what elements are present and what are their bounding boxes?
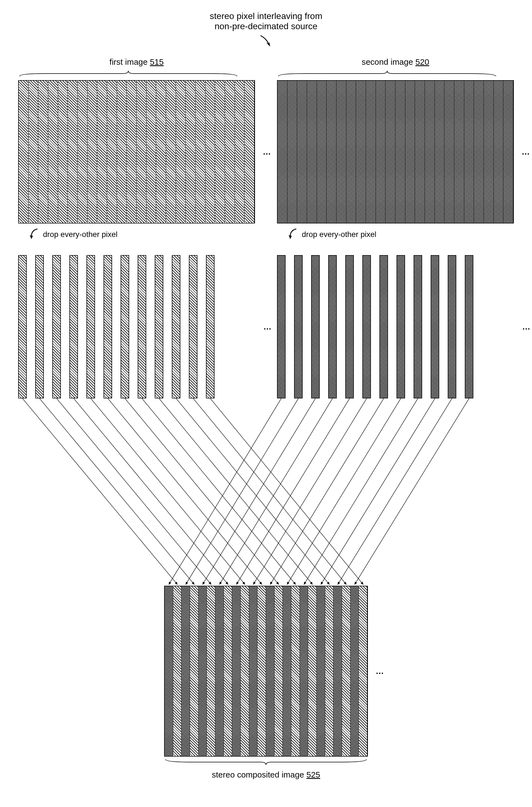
interleave-lines-icon <box>18 398 514 586</box>
pixel-column <box>68 81 78 223</box>
interleaved-column <box>283 586 291 756</box>
interleaved-column <box>258 586 266 756</box>
pixel-column <box>225 81 235 223</box>
interleaved-column <box>291 586 300 756</box>
interleaved-column <box>207 586 215 756</box>
interleaved-column <box>232 586 241 756</box>
sparse-column <box>103 255 112 398</box>
decimated-row: … … <box>18 255 514 398</box>
svg-line-8 <box>91 398 245 584</box>
interleaved-column <box>165 586 173 756</box>
svg-line-23 <box>287 398 401 584</box>
svg-line-6 <box>57 398 211 584</box>
svg-line-7 <box>74 398 228 584</box>
sparse-column <box>155 255 163 398</box>
svg-line-27 <box>355 398 469 584</box>
interleaved-column <box>224 586 232 756</box>
pixel-column <box>97 81 107 223</box>
pixel-column <box>278 81 287 223</box>
sparse-left: … <box>18 255 255 398</box>
final-label: stereo composited image 525 <box>164 770 368 780</box>
sparse-column <box>70 255 78 398</box>
title-arrow <box>18 34 514 49</box>
second-image-group: second image 520 … drop every-other pixe… <box>277 57 514 247</box>
pixel-column <box>38 81 48 223</box>
pixel-column <box>297 81 307 223</box>
drop-label-left: drop every-other pixel <box>29 227 255 241</box>
svg-line-21 <box>253 398 366 584</box>
pixel-column <box>415 81 425 223</box>
svg-line-14 <box>193 398 346 584</box>
svg-line-17 <box>186 398 299 584</box>
pixel-column <box>395 81 405 223</box>
diagram-container: stereo pixel interleaving from non-pre-d… <box>18 11 514 780</box>
sparse-column <box>120 255 129 398</box>
svg-marker-2 <box>289 235 292 239</box>
sparse-column <box>189 255 197 398</box>
pixel-column <box>147 81 156 223</box>
pixel-column <box>186 81 195 223</box>
pixel-column <box>405 81 415 223</box>
interleaved-column <box>190 586 198 756</box>
svg-line-11 <box>142 398 296 584</box>
diagram-title: stereo pixel interleaving from non-pre-d… <box>18 11 514 32</box>
pixel-column <box>127 81 137 223</box>
svg-line-4 <box>23 398 177 584</box>
interleaved-column <box>198 586 207 756</box>
second-image-ref: 520 <box>416 57 429 67</box>
svg-line-13 <box>176 398 329 584</box>
pixel-column <box>176 81 186 223</box>
curve-down-arrow-icon <box>29 227 40 241</box>
brace-icon <box>277 70 514 78</box>
pixel-column <box>327 81 337 223</box>
pixel-column <box>48 81 58 223</box>
sparse-right: … <box>277 255 514 398</box>
source-images-row: first image 515 … drop every-other pixel… <box>18 57 514 247</box>
interleaved-column <box>182 586 190 756</box>
pixel-column <box>425 81 435 223</box>
interleaved-column <box>325 586 334 756</box>
pixel-column <box>245 81 254 223</box>
svg-line-16 <box>169 398 281 584</box>
interleaved-column <box>266 586 274 756</box>
pixel-column <box>337 81 346 223</box>
pixel-column <box>346 81 356 223</box>
pixel-column <box>78 81 88 223</box>
sparse-column <box>138 255 146 398</box>
sparse-column <box>362 255 371 398</box>
pixel-column <box>307 81 317 223</box>
sparse-column <box>345 255 354 398</box>
second-image-box: … <box>277 80 514 223</box>
pixel-column <box>156 81 166 223</box>
second-image-label: second image 520 <box>277 57 514 67</box>
pixel-column <box>504 81 513 223</box>
pixel-column <box>474 81 484 223</box>
pixel-column <box>195 81 205 223</box>
pixel-column <box>287 81 298 223</box>
pixel-column <box>356 81 366 223</box>
convergence-lines <box>18 398 514 586</box>
sparse-column <box>18 255 27 398</box>
sparse-column <box>35 255 44 398</box>
interleaved-column <box>274 586 283 756</box>
ellipsis-icon: … <box>521 147 530 157</box>
svg-line-10 <box>125 398 279 584</box>
sparse-column <box>448 255 456 398</box>
interleaved-column <box>342 586 350 756</box>
pixel-column <box>484 81 494 223</box>
sparse-column <box>52 255 61 398</box>
pixel-column <box>494 81 504 223</box>
pixel-column <box>317 81 327 223</box>
sparse-column <box>206 255 214 398</box>
pixel-column <box>205 81 215 223</box>
svg-line-12 <box>159 398 312 584</box>
sparse-column <box>328 255 337 398</box>
svg-line-20 <box>236 398 350 584</box>
pixel-column <box>88 81 97 223</box>
pixel-column <box>19 81 28 223</box>
interleaved-column <box>173 586 182 756</box>
final-image-box: … <box>164 586 368 756</box>
sparse-column <box>311 255 320 398</box>
interleaved-column <box>359 586 367 756</box>
final-ref: 525 <box>306 770 320 779</box>
